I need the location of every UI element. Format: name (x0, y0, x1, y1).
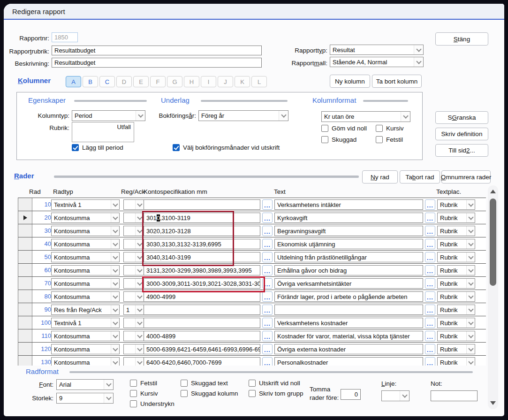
text-ellipsis-button[interactable]: ... (425, 199, 435, 210)
chevron-down-icon[interactable] (414, 45, 423, 54)
regack-select[interactable]: 1 (123, 305, 144, 315)
checkbox[interactable] (130, 380, 137, 387)
stang-button[interactable]: Stäng (435, 32, 488, 46)
regack-select[interactable] (123, 265, 144, 275)
checkbox[interactable] (130, 400, 137, 407)
textplac-select[interactable]: Rubrik (437, 331, 475, 341)
chevron-down-icon[interactable] (111, 226, 119, 236)
valj-bokforingsmanader[interactable]: Välj bokföringsmånader vid utskrift (173, 144, 280, 151)
row-selector[interactable] (18, 343, 32, 355)
ta-bort-kolumn-button[interactable]: Ta bort kolumn (372, 75, 422, 88)
chevron-down-icon[interactable] (135, 239, 144, 249)
radtyp-select[interactable]: Kontosumma (51, 213, 120, 223)
radtyp-select[interactable]: Textnivå 1 (51, 199, 120, 210)
kontospec-ellipsis-button[interactable]: ... (262, 199, 273, 210)
kontospec-input[interactable]: 4000-4899 (144, 331, 260, 341)
scroll-up-arrow[interactable] (488, 186, 498, 197)
chevron-down-icon[interactable] (135, 200, 144, 209)
kontospec-ellipsis-button[interactable]: ... (262, 357, 273, 366)
kontospec-input[interactable] (144, 305, 260, 315)
kontospec-ellipsis-button[interactable]: ... (262, 331, 273, 341)
chevron-down-icon[interactable] (466, 239, 475, 249)
kontospec-ellipsis-button[interactable]: ... (262, 239, 273, 249)
row-selector[interactable] (18, 303, 32, 316)
lagg-till-period-checkbox[interactable]: Lägg till period (72, 144, 123, 151)
chevron-down-icon[interactable] (400, 391, 409, 401)
rapporttyp-select[interactable]: Resultat (330, 45, 424, 55)
kontospec-input[interactable]: 3010,3100-3119 (144, 213, 260, 223)
chevron-down-icon[interactable] (466, 200, 475, 209)
checkbox[interactable] (72, 144, 79, 151)
kontospec-input[interactable] (144, 199, 260, 210)
regack-select[interactable] (123, 278, 144, 289)
radtyp-select[interactable]: Res från Reg/Ack (51, 305, 120, 315)
textplac-select[interactable]: Rubrik (437, 239, 475, 249)
regack-select[interactable] (123, 291, 144, 302)
chevron-down-icon[interactable] (466, 279, 475, 288)
regack-select[interactable] (123, 199, 144, 210)
chevron-down-icon[interactable] (104, 393, 113, 403)
kontospec-input[interactable]: 5000-6399,6421-6459,6461-6993,6996-699 (144, 344, 260, 354)
text-input[interactable]: Verksamhetens intäkter (274, 199, 423, 210)
radtyp-select[interactable]: Kontosumma (51, 357, 120, 366)
chevron-down-icon[interactable] (466, 331, 475, 341)
kolumnformat-select[interactable]: Kr utan öre (321, 111, 410, 122)
tomma-rader-input[interactable]: 0 (341, 389, 361, 400)
kontospec-ellipsis-button[interactable]: ... (262, 226, 273, 236)
omnumrera-rader-button[interactable]: Omnumrera rader (441, 170, 491, 183)
text-ellipsis-button[interactable]: ... (425, 318, 435, 328)
kolumnformat-Kursiv[interactable]: Kursiv (376, 125, 404, 132)
text-ellipsis-button[interactable]: ... (425, 331, 435, 341)
chevron-down-icon[interactable] (111, 292, 119, 301)
kontospec-ellipsis-button[interactable]: ... (262, 278, 273, 289)
radtyp-select[interactable]: Kontosumma (51, 291, 120, 302)
text-input[interactable]: Kyrkoavgift (274, 213, 423, 223)
column-tab-K[interactable]: K (235, 76, 250, 87)
kontospec-ellipsis-button[interactable]: ... (262, 344, 273, 354)
ny-rad-button[interactable]: Ny rad (362, 170, 398, 183)
text-input[interactable]: Ekonomisk utjämning (274, 239, 423, 249)
skriv-definition-button[interactable]: Skriv definition (435, 128, 488, 140)
scroll-down-arrow[interactable] (488, 398, 498, 408)
textplac-select[interactable]: Rubrik (437, 199, 475, 210)
row-selector[interactable] (18, 329, 32, 342)
regack-select[interactable] (123, 226, 144, 236)
chevron-down-icon[interactable] (135, 344, 144, 354)
radformat-Skuggad text[interactable]: Skuggad text (181, 380, 238, 387)
chevron-down-icon[interactable] (135, 292, 144, 301)
kontospec-ellipsis-button[interactable]: ... (262, 318, 273, 328)
row-selector[interactable] (18, 198, 32, 211)
regack-select[interactable] (123, 344, 144, 354)
column-tab-B[interactable]: B (83, 76, 98, 87)
kontospec-ellipsis-button[interactable]: ... (262, 213, 273, 223)
kontospec-ellipsis-button[interactable]: ... (262, 305, 273, 315)
linje-select[interactable] (381, 390, 409, 401)
regack-select[interactable] (123, 252, 144, 262)
row-selector[interactable] (18, 316, 32, 329)
chevron-down-icon[interactable] (111, 213, 119, 222)
chevron-down-icon[interactable] (111, 279, 119, 288)
column-tab-A[interactable]: A (66, 76, 81, 87)
radtyp-select[interactable]: Textnivå 1 (51, 318, 120, 328)
text-ellipsis-button[interactable]: ... (425, 213, 435, 223)
chevron-down-icon[interactable] (111, 239, 119, 249)
valj-bokforingsmanader-checkbox[interactable]: Välj bokföringsmånader vid utskrift (173, 144, 280, 151)
chevron-down-icon[interactable] (111, 305, 119, 314)
kontospec-input[interactable]: 3030,3130,3132-3139,6995 (144, 239, 260, 249)
column-tab-H[interactable]: H (184, 76, 199, 87)
textplac-select[interactable]: Rubrik (437, 344, 475, 354)
ny-kolumn-button[interactable]: Ny kolumn (330, 75, 370, 88)
checkbox[interactable] (173, 144, 180, 151)
text-input[interactable] (274, 305, 423, 315)
kontospec-input[interactable]: 3131,3200-3299,3980,3989,3993,3995 (144, 265, 260, 275)
row-selector[interactable] (18, 224, 32, 237)
column-tab-D[interactable]: D (116, 76, 132, 87)
regack-select[interactable] (123, 213, 144, 223)
column-tab-L[interactable]: L (251, 76, 267, 87)
storlek-select[interactable]: 9 (56, 393, 114, 404)
text-ellipsis-button[interactable]: ... (425, 357, 435, 366)
rapportrubrik-input[interactable]: Resultatbudget (52, 46, 262, 55)
row-selector[interactable] (18, 251, 32, 263)
radformat-Skuggad kolumn[interactable]: Skuggad kolumn (181, 390, 238, 397)
text-ellipsis-button[interactable]: ... (425, 344, 435, 354)
